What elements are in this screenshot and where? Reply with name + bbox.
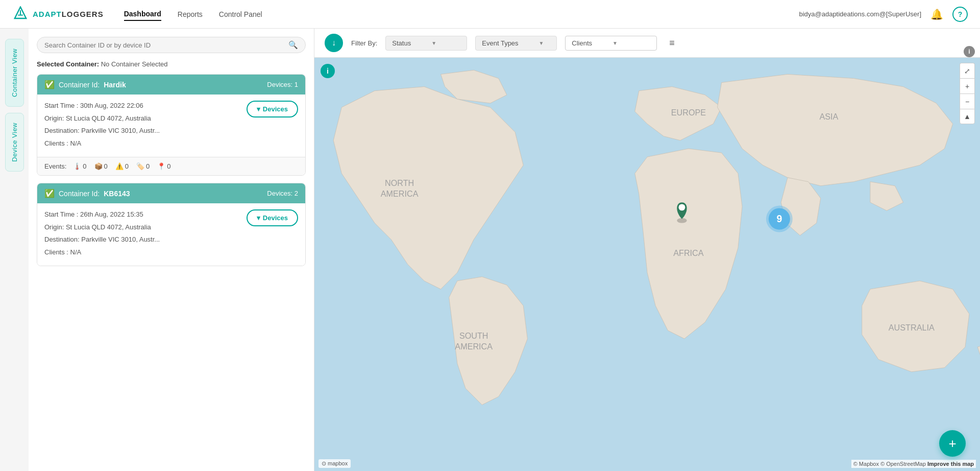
nav-control-panel[interactable]: Control Panel [219,8,262,20]
sidebar-item-device-view[interactable]: Device View [5,113,24,172]
nav-reports[interactable]: Reports [178,8,203,20]
download-button[interactable]: ↓ [325,34,343,52]
destination-1: Destination: Parkville VIC 3010, Austr..… [44,234,197,245]
start-time-0: Start Time : 30th Aug, 2022 22:06 [44,101,197,111]
clients-label: Clients [572,39,592,47]
clients-0: Clients : N/A [44,138,197,149]
svg-text:9: 9 [776,213,782,224]
container-card-0: ✅ Container Id: Hardik Devices: 1 Start … [37,74,306,176]
main-layout: Container View Device View 🔍 Selected Co… [0,29,980,471]
region-north-america: NORTH [385,178,414,187]
event-types-label: Event Types [482,39,518,47]
chevron-down-icon-1: ▾ [257,214,260,222]
region-africa: AFRICA [673,248,704,257]
container-id-value-1: KB6143 [104,190,130,198]
origin-0: Origin: St Lucia QLD 4072, Australia [44,113,197,124]
region-north-america-2: AMERICA [381,189,419,198]
card-body-info-1: Start Time : 26th Aug, 2022 15:35 Origin… [44,209,197,260]
right-panel: ↓ Filter By: Status ▼ Event Types ▼ Clie… [314,29,980,471]
mapbox-logo: ⊙ mapbox [318,459,351,468]
origin-1: Origin: St Lucia QLD 4072, Australia [44,222,197,232]
container-id-label-1: Container Id: [59,190,100,198]
map-reset-button[interactable]: ▲ [960,109,975,124]
event-types-chevron: ▼ [539,40,544,46]
region-australia: AUSTRALIA [889,323,935,332]
event-types-filter[interactable]: Event Types ▼ [475,36,557,51]
help-button[interactable]: ? [952,7,968,22]
world-map: NORTH AMERICA SOUTH AMERICA EUROPE ASIA … [314,58,980,471]
side-info-icon: i [964,46,975,57]
map-controls: ⤢ + − ▲ [960,63,975,124]
sidebar-tabs: Container View Device View [0,29,29,471]
status-label: Status [392,39,411,47]
search-icon: 🔍 [288,40,298,50]
card-body-info-0: Start Time : 30th Aug, 2022 22:06 Origin… [44,101,197,151]
events-row-0: Events: 🌡️ 0 📦 0 ⚠️ 0 🏷️ 0 📍 0 [37,157,305,175]
logo: ADAPTLOGGERS [12,6,104,22]
header: ADAPTLOGGERS Dashboard Reports Control P… [0,0,980,29]
nav-dashboard[interactable]: Dashboard [124,8,161,21]
clients-1: Clients : N/A [44,247,197,257]
container-card-1: ✅ Container Id: KB6143 Devices: 2 Start … [37,183,306,266]
events-label-0: Events: [44,162,66,170]
left-panel: 🔍 Selected Container: No Container Selec… [29,29,314,471]
map-attribution: © Mapbox © OpenStreetMap Improve this ma… [851,460,976,468]
notification-bell[interactable]: 🔔 [930,8,943,20]
card-header-left-0: ✅ Container Id: Hardik [44,80,126,89]
devices-button-0[interactable]: ▾ Devices [247,101,298,117]
card-body-0: Start Time : 30th Aug, 2022 22:06 Origin… [37,95,305,157]
zoom-in-button[interactable]: + [960,78,975,93]
filter-by-label: Filter By: [351,39,377,47]
clients-filter[interactable]: Clients ▼ [565,36,657,51]
chevron-down-icon: ▾ [257,105,260,113]
card-header-left-1: ✅ Container Id: KB6143 [44,189,130,198]
selected-container-label: Selected Container: No Container Selecte… [37,60,306,68]
shield-icon-0: ✅ [44,80,55,89]
event-pin-0: 📍 0 [157,162,170,170]
logo-icon [12,6,29,22]
container-id-value-0: Hardik [104,81,126,89]
map-toolbar: ↓ Filter By: Status ▼ Event Types ▼ Clie… [314,29,980,58]
map-pin-africa [677,202,687,223]
card-body-1: Start Time : 26th Aug, 2022 15:35 Origin… [37,203,305,266]
start-time-1: Start Time : 26th Aug, 2022 15:35 [44,209,197,220]
logo-text: ADAPTLOGGERS [33,10,104,18]
region-asia: ASIA [820,112,839,121]
event-warning-0: ⚠️ 0 [115,162,129,170]
menu-icon[interactable]: ≡ [669,38,675,49]
container-id-label-0: Container Id: [59,81,100,89]
status-filter[interactable]: Status ▼ [385,36,467,51]
svg-point-5 [678,204,685,210]
sidebar-item-container-view[interactable]: Container View [5,39,24,107]
card-devices-count-1: Devices: 2 [267,190,298,197]
map-expand-button[interactable]: ⤢ [960,63,975,78]
search-bar: 🔍 [37,37,306,53]
zoom-out-button[interactable]: − [960,93,975,109]
clients-chevron: ▼ [612,40,618,46]
card-header-1: ✅ Container Id: KB6143 Devices: 2 [37,183,305,203]
devices-button-1[interactable]: ▾ Devices [247,209,298,226]
search-input[interactable] [44,41,288,49]
event-tag-0: 🏷️ 0 [136,162,150,170]
map-cluster-india: 9 [766,206,793,232]
improve-map-link[interactable]: Improve this map [927,461,974,467]
user-info: bidya@adaptideations.com@[SuperUser] [799,10,921,18]
map-area: NORTH AMERICA SOUTH AMERICA EUROPE ASIA … [314,58,980,471]
card-devices-count-0: Devices: 1 [267,81,298,88]
status-chevron: ▼ [431,40,436,46]
event-temp-0: 🌡️ 0 [73,162,86,170]
destination-0: Destination: Parkville VIC 3010, Austr..… [44,126,197,136]
shield-icon-1: ✅ [44,189,55,198]
region-south-america: SOUTH [459,331,488,340]
fab-add-button[interactable]: + [939,430,966,457]
region-south-america-2: AMERICA [455,342,493,351]
event-box-0: 📦 0 [94,162,108,170]
main-nav: Dashboard Reports Control Panel [124,8,799,21]
card-header-0: ✅ Container Id: Hardik Devices: 1 [37,75,305,95]
region-europe: EUROPE [671,108,706,117]
header-right: bidya@adaptideations.com@[SuperUser] 🔔 ? [799,7,968,22]
map-info-icon[interactable]: i [321,64,335,78]
